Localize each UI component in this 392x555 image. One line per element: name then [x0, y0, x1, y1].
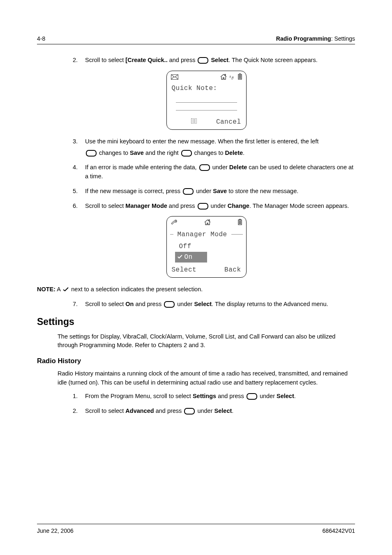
option-off: Off — [170, 241, 243, 252]
svg-rect-16 — [239, 222, 241, 223]
list-item: 6. Scroll to select Manager Mode and pre… — [58, 202, 355, 211]
chapter-label: Radio Programming: Settings — [276, 35, 355, 43]
screen-title: Quick Note: — [170, 83, 243, 93]
softkey-icon — [198, 203, 208, 210]
wrench-icon — [171, 219, 178, 228]
page-number: 4-8 — [37, 35, 45, 43]
footer-date: June 22, 2006 — [37, 527, 74, 535]
list-item: 1. From the Program Menu, scroll to sele… — [58, 392, 355, 401]
radio-history-paragraph: Radio History maintains a running clock … — [58, 369, 355, 387]
screen-legend: Manager Mode — [175, 230, 230, 240]
home-icon — [220, 73, 227, 83]
battery-icon — [238, 73, 242, 83]
svg-rect-5 — [239, 78, 241, 78]
svg-rect-17 — [239, 223, 241, 224]
svg-rect-4 — [239, 76, 241, 77]
page-footer: June 22, 2006 6864242V01 — [37, 524, 355, 535]
list-item: 5. If the new message is correct, press … — [58, 187, 355, 196]
battery-icon — [238, 219, 242, 228]
option-on: On — [175, 252, 207, 263]
settings-paragraph: The settings for Display, VibraCall, Clo… — [58, 332, 355, 350]
list-item: 3. Use the mini keyboard to enter the ne… — [58, 137, 355, 158]
abc-icon: A CB — [229, 76, 235, 80]
softkey-icon — [247, 393, 257, 400]
list-item: 7. Scroll to select On and press under S… — [58, 300, 355, 309]
footer-code: 6864242V01 — [323, 527, 355, 535]
input-area — [176, 97, 237, 111]
radio-history-heading: Radio History — [37, 356, 355, 366]
settings-heading: Settings — [37, 315, 355, 329]
note: NOTE: A next to a selection indicates th… — [37, 285, 355, 294]
home-icon — [204, 219, 211, 228]
radio-screen-quick-note: A CB Quick Note: Cancel — [166, 71, 247, 130]
softkey-icon — [184, 408, 195, 415]
softkey-icon — [199, 164, 210, 171]
svg-point-9 — [192, 120, 193, 121]
radio-screen-manager-mode: Manager Mode Off On Select Back — [166, 216, 247, 278]
softkey-icon — [164, 301, 175, 308]
list-item: 2. Scroll to select Advanced and press u… — [58, 407, 355, 416]
right-softkey-label: Back — [224, 265, 241, 275]
svg-rect-15 — [239, 221, 241, 221]
softkey-icon — [183, 188, 194, 195]
softkey-icon — [198, 57, 208, 64]
softkey-icon — [86, 150, 97, 157]
list-item: 2. Scroll to select [Create Quick.. and … — [58, 56, 355, 65]
left-softkey-label: Select — [172, 265, 197, 275]
right-softkey-label: Cancel — [216, 117, 241, 127]
envelope-icon — [171, 73, 178, 83]
list-item: 4. If an error is made while entering th… — [58, 163, 355, 181]
svg-point-7 — [192, 119, 193, 120]
svg-rect-3 — [239, 75, 241, 76]
page-header: 4-8 Radio Programming: Settings — [37, 35, 355, 44]
svg-point-11 — [192, 122, 193, 122]
check-icon — [178, 252, 182, 262]
softkey-icon — [181, 150, 192, 157]
list-icon — [191, 117, 197, 127]
check-icon — [63, 286, 69, 295]
